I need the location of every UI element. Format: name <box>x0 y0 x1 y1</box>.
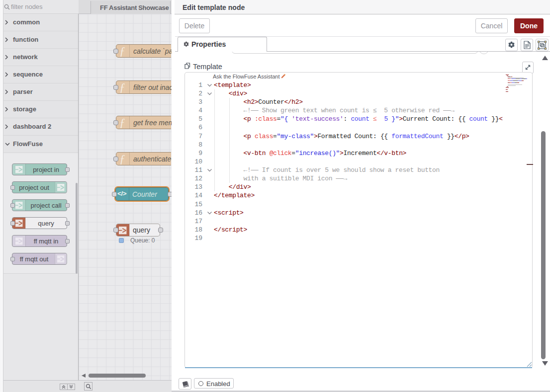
svg-text:ƒ: ƒ <box>119 45 125 57</box>
svg-text:ƒ: ƒ <box>119 81 125 93</box>
svg-text:ƒ: ƒ <box>119 116 125 129</box>
svg-text:ƒ: ƒ <box>119 153 125 165</box>
